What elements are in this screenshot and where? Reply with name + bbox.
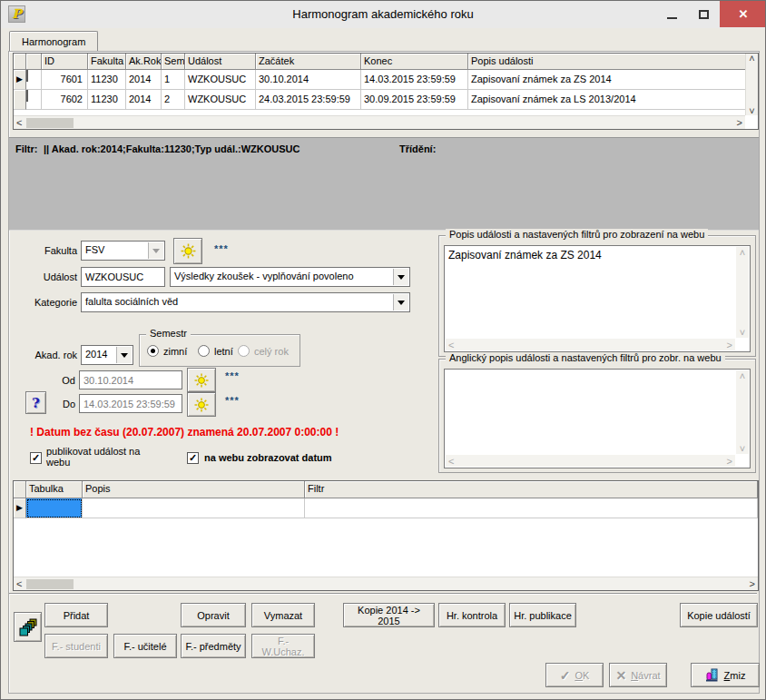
- show-date-checkbox-label[interactable]: na webu zobrazovat datum: [204, 452, 332, 463]
- kategorie-value: falulta sociálních věd: [85, 296, 178, 307]
- radio-zimni-label[interactable]: zimní: [163, 346, 187, 357]
- chevron-down-icon[interactable]: ˅: [740, 327, 745, 338]
- filters-grid-hscrollbar[interactable]: ˂ ˃: [14, 577, 758, 590]
- publish-checkbox[interactable]: ✓: [30, 452, 42, 464]
- col-header-akrok[interactable]: Ak.Rok: [126, 54, 162, 70]
- col-header-tabulka[interactable]: Tabulka: [26, 481, 83, 498]
- fakulta-combo[interactable]: FSV: [81, 241, 165, 261]
- chevron-up-icon[interactable]: ˄: [740, 370, 745, 381]
- filters-grid-header: Tabulka Popis Filtr: [14, 481, 758, 498]
- tab-harmonogram[interactable]: Harmonogram: [9, 31, 98, 52]
- memo-hscrollbar[interactable]: ˂ ˃: [446, 339, 735, 350]
- col-header-konec[interactable]: Konec: [361, 54, 468, 70]
- dropdown-button[interactable]: [393, 294, 408, 311]
- f-predmety-button[interactable]: F.- předměty: [181, 634, 246, 658]
- web-popis-en-title: Anglický popis události a nastavených fi…: [446, 352, 725, 363]
- vymazat-button[interactable]: Vymazat: [251, 603, 315, 627]
- chevron-left-icon[interactable]: ˂: [16, 117, 22, 128]
- col-header-zacatek[interactable]: Začátek: [256, 54, 361, 70]
- fakulta-lookup-button[interactable]: [173, 238, 202, 264]
- chevron-left-icon[interactable]: ˂: [16, 578, 22, 589]
- chevron-down-icon[interactable]: ˅: [749, 106, 754, 115]
- radio-letni[interactable]: [198, 345, 210, 357]
- dropdown-button[interactable]: [116, 347, 132, 363]
- col-header-popis[interactable]: Popis události: [468, 54, 758, 70]
- kopie-udalosti-button[interactable]: Kopie událostí: [680, 603, 758, 627]
- ok-button-label: OK: [574, 670, 589, 681]
- row-checkbox[interactable]: [26, 70, 28, 82]
- chevron-up-icon[interactable]: ˄: [749, 54, 754, 63]
- pridat-button[interactable]: Přidat: [44, 603, 108, 627]
- window-title: Harmonogram akademického roku: [1, 1, 765, 28]
- filter-row[interactable]: ▶: [14, 498, 758, 518]
- col-header-sem[interactable]: Sem: [162, 54, 185, 70]
- chevron-right-icon[interactable]: ˃: [750, 578, 755, 589]
- events-grid-vscrollbar[interactable]: ˄ ˅: [745, 54, 758, 115]
- dropdown-button[interactable]: [148, 242, 163, 259]
- col-header-popis[interactable]: Popis: [83, 481, 305, 498]
- kopie-button[interactable]: Kopie 2014 -> 2015: [343, 603, 435, 627]
- sort-label: Třídění:: [399, 143, 436, 154]
- cell-konec: 14.03.2015 23:59:59: [361, 70, 468, 90]
- navrat-button-label: Návrat: [631, 670, 660, 681]
- web-popis-en-groupbox: Anglický popis události a nastavených fi…: [438, 359, 756, 473]
- chevron-left-icon[interactable]: ˂: [448, 456, 454, 467]
- row-select-cell[interactable]: [26, 90, 42, 110]
- col-header-fakulta[interactable]: Fakulta: [88, 54, 126, 70]
- udalost-popis-combo[interactable]: Výsledky zkoušek - vyplňování povoleno: [170, 267, 410, 287]
- row-select-cell[interactable]: [26, 70, 42, 90]
- hscroll-thumb[interactable]: [26, 579, 74, 589]
- chevron-down-icon[interactable]: ˅: [740, 443, 745, 454]
- hr-publikace-button[interactable]: Hr. publikace: [509, 603, 576, 627]
- web-popis-en-memo[interactable]: ˄ ˅ ˂ ˃: [444, 369, 751, 468]
- memo-vscrollbar[interactable]: ˄ ˅: [736, 370, 749, 454]
- cell-udalost: WZKOUSUC: [185, 70, 256, 90]
- chevron-right-icon[interactable]: ˃: [737, 117, 742, 128]
- close-button[interactable]: ✕: [720, 1, 766, 27]
- do-input[interactable]: [79, 394, 182, 413]
- filter-label: Filtr:: [15, 143, 37, 154]
- date-warning-text: ! Datum bez času (20.07.2007) znamená 20…: [30, 426, 339, 439]
- memo-vscrollbar[interactable]: ˄ ˅: [736, 247, 749, 338]
- f-ucitele-button[interactable]: F.- učitelé: [113, 634, 177, 658]
- udalost-input[interactable]: [81, 267, 165, 287]
- web-popis-memo[interactable]: Zapisovaní známek za ZS 2014 ˄ ˅ ˂ ˃: [444, 245, 751, 352]
- cell-tabulka-selected[interactable]: [26, 498, 83, 518]
- kategorie-combo[interactable]: falulta sociálních věd: [81, 292, 410, 312]
- akad-rok-combo[interactable]: 2014: [81, 345, 133, 365]
- stars-indicator: ***: [225, 370, 240, 381]
- publish-checkbox-label[interactable]: publikovat událost na webu: [46, 446, 148, 468]
- zmiz-button[interactable]: Zmiz: [691, 663, 760, 687]
- hscroll-thumb[interactable]: [26, 118, 74, 128]
- opravit-button[interactable]: Opravit: [181, 603, 246, 627]
- filters-grid: Tabulka Popis Filtr ▶ ˂ ˃: [13, 480, 759, 591]
- event-row[interactable]: 7602 11230 2014 2 WZKOUSUC 24.03.2015 23…: [14, 90, 758, 110]
- hr-kontrola-button[interactable]: Hr. kontrola: [438, 603, 506, 627]
- col-header-id[interactable]: ID: [42, 54, 88, 70]
- row-checkbox[interactable]: [26, 90, 28, 102]
- event-row[interactable]: ▶ 7601 11230 2014 1 WZKOUSUC 30.10.2014 …: [14, 70, 758, 90]
- maximize-button[interactable]: [688, 1, 719, 27]
- dropdown-button[interactable]: [393, 269, 408, 285]
- chevron-right-icon[interactable]: ˃: [727, 456, 732, 467]
- row-indicator-cell: ▶: [14, 70, 26, 90]
- od-calendar-button[interactable]: [187, 368, 216, 392]
- web-popis-title: Popis události a nastavených filtrů pro …: [446, 229, 708, 240]
- cell-zacatek: 24.03.2015 23:59:59: [256, 90, 361, 110]
- radio-letni-label[interactable]: letní: [214, 346, 233, 357]
- semestr-groupbox: Semestr zimní letní celý rok: [139, 334, 300, 367]
- od-input[interactable]: [79, 370, 182, 389]
- cell-popis: Zapisovaní známek za LS 2013/2014: [468, 90, 758, 110]
- radio-zimni[interactable]: [147, 345, 159, 357]
- col-header-udalost[interactable]: Událost: [185, 54, 256, 70]
- chevron-left-icon[interactable]: ˂: [448, 340, 454, 350]
- minimize-button[interactable]: [656, 1, 687, 27]
- do-calendar-button[interactable]: [187, 392, 216, 417]
- cascade-button[interactable]: [14, 612, 42, 642]
- col-header-filtr[interactable]: Filtr: [305, 481, 758, 498]
- chevron-right-icon[interactable]: ˃: [727, 340, 732, 350]
- chevron-up-icon[interactable]: ˄: [740, 247, 745, 258]
- memo-hscrollbar[interactable]: ˂ ˃: [446, 455, 735, 467]
- events-grid-hscrollbar[interactable]: ˂ ˃: [14, 115, 745, 129]
- show-date-checkbox[interactable]: ✓: [187, 452, 199, 464]
